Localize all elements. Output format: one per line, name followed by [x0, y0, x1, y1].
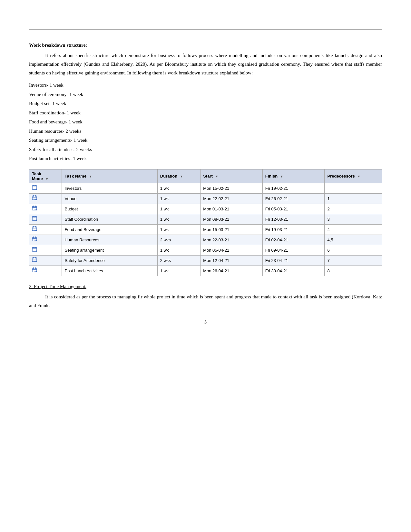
section-wbs: Work breakdown structure: It refers abou…	[29, 43, 382, 276]
th-predecessors[interactable]: Predecessors ▼	[325, 169, 382, 183]
table-row: Human Resources 2 wks Mon 22-03-21 Fri 0…	[29, 235, 382, 245]
task-mode-icon	[32, 206, 38, 211]
cell-taskname-2: Budget	[62, 204, 157, 214]
cell-duration-3: 1 wk	[157, 214, 200, 224]
cell-start-8: Mon 26-04-21	[201, 266, 263, 276]
task-mode-icon	[32, 247, 38, 253]
cell-finish-1: Fri 26-02-21	[262, 193, 325, 204]
cell-finish-2: Fri 05-03-21	[262, 204, 325, 214]
cell-start-4: Mon 15-03-21	[201, 224, 263, 235]
list-item-3: Staff coordination- 1 week	[29, 108, 382, 118]
cell-duration-0: 1 wk	[157, 183, 200, 193]
th-task-name[interactable]: Task Name ▼	[62, 169, 157, 183]
th-start[interactable]: Start ▼	[201, 169, 263, 183]
cell-predecessors-2: 2	[325, 204, 382, 214]
cell-mode-1	[29, 193, 62, 204]
svg-rect-35	[32, 258, 37, 262]
cell-taskname-4: Food and Beverage	[62, 224, 157, 235]
sort-arrow-predecessors[interactable]: ▼	[357, 175, 360, 178]
task-mode-icon	[32, 267, 38, 273]
sort-arrow-mode[interactable]: ▼	[45, 177, 49, 181]
sort-arrow-finish[interactable]: ▼	[280, 175, 283, 178]
cell-duration-8: 1 wk	[157, 266, 200, 276]
cell-duration-7: 2 wks	[157, 255, 200, 266]
cell-finish-6: Fri 09-04-21	[262, 245, 325, 255]
wbs-list: Investors- 1 week Venue of ceremony- 1 w…	[29, 81, 382, 163]
list-item-5: Human resources- 2 weeks	[29, 127, 382, 136]
page-number: 3	[29, 320, 382, 325]
task-mode-icon	[32, 237, 38, 242]
cell-duration-4: 1 wk	[157, 224, 200, 235]
wbs-body: It refers about specific structure which…	[29, 51, 382, 77]
cell-predecessors-8: 8	[325, 266, 382, 276]
cell-duration-5: 2 wks	[157, 235, 200, 245]
cell-taskname-7: Safety for Attendence	[62, 255, 157, 266]
cell-start-0: Mon 15-02-21	[201, 183, 263, 193]
cell-mode-8	[29, 266, 62, 276]
section2: 2. Project Time Management. It is consid…	[29, 284, 382, 310]
table-row: Food and Beverage 1 wk Mon 15-03-21 Fri …	[29, 224, 382, 235]
cell-taskname-3: Staff Coordination	[62, 214, 157, 224]
svg-rect-10	[32, 206, 37, 210]
th-duration[interactable]: Duration ▼	[157, 169, 200, 183]
list-item-6: Seating arrangements- 1 week	[29, 136, 382, 145]
cell-mode-5	[29, 235, 62, 245]
cell-finish-5: Fri 02-04-21	[262, 235, 325, 245]
cell-finish-8: Fri 30-04-21	[262, 266, 325, 276]
task-mode-icon	[32, 216, 38, 222]
cell-mode-6	[29, 245, 62, 255]
table-row: Seating arrangement 1 wk Mon 05-04-21 Fr…	[29, 245, 382, 255]
section2-heading: 2. Project Time Management.	[29, 284, 382, 289]
cell-start-5: Mon 22-03-21	[201, 235, 263, 245]
th-finish[interactable]: Finish ▼	[262, 169, 325, 183]
cell-finish-4: Fri 19-03-21	[262, 224, 325, 235]
table-row: Post Lunch Activities 1 wk Mon 26-04-21 …	[29, 266, 382, 276]
task-mode-icon	[32, 185, 38, 191]
table-row: Venue 1 wk Mon 22-02-21 Fri 26-02-21 1	[29, 193, 382, 204]
list-item-4: Food and beverage- 1 week	[29, 117, 382, 127]
cell-mode-7	[29, 255, 62, 266]
cell-predecessors-6: 6	[325, 245, 382, 255]
svg-rect-5	[32, 196, 37, 200]
top-input-right[interactable]	[133, 10, 382, 29]
table-row: Staff Coordination 1 wk Mon 08-03-21 Fri…	[29, 214, 382, 224]
table-row: Safety for Attendence 2 wks Mon 12-04-21…	[29, 255, 382, 266]
cell-taskname-6: Seating arrangement	[62, 245, 157, 255]
list-item-8: Post launch activities- 1 week	[29, 154, 382, 163]
sort-arrow-duration[interactable]: ▼	[180, 175, 183, 178]
svg-rect-25	[32, 237, 37, 241]
task-mode-icon	[32, 195, 38, 201]
task-mode-icon	[32, 257, 38, 263]
cell-duration-1: 1 wk	[157, 193, 200, 204]
list-item-0: Investors- 1 week	[29, 81, 382, 90]
list-item-1: Venue of ceremony- 1 week	[29, 90, 382, 99]
cell-taskname-0: Investors	[62, 183, 157, 193]
svg-rect-20	[32, 227, 37, 231]
cell-predecessors-3: 3	[325, 214, 382, 224]
cell-start-3: Mon 08-03-21	[201, 214, 263, 224]
cell-predecessors-7: 7	[325, 255, 382, 266]
cell-finish-0: Fri 19-02-21	[262, 183, 325, 193]
cell-mode-2	[29, 204, 62, 214]
sort-arrow-start[interactable]: ▼	[215, 175, 218, 178]
cell-mode-0	[29, 183, 62, 193]
table-row: Budget 1 wk Mon 01-03-21 Fri 05-03-21 2	[29, 204, 382, 214]
cell-taskname-5: Human Resources	[62, 235, 157, 245]
top-input-area	[29, 10, 382, 30]
cell-predecessors-1: 1	[325, 193, 382, 204]
cell-taskname-8: Post Lunch Activities	[62, 266, 157, 276]
th-task-mode[interactable]: TaskMode ▼	[29, 169, 62, 183]
cell-finish-3: Fri 12-03-21	[262, 214, 325, 224]
table-header-row: TaskMode ▼ Task Name ▼ Duration ▼ Start …	[29, 169, 382, 183]
cell-predecessors-4: 4	[325, 224, 382, 235]
task-table: TaskMode ▼ Task Name ▼ Duration ▼ Start …	[29, 169, 382, 276]
cell-duration-2: 1 wk	[157, 204, 200, 214]
wbs-heading: Work breakdown structure:	[29, 43, 382, 48]
top-input-left[interactable]	[29, 10, 133, 29]
cell-taskname-1: Venue	[62, 193, 157, 204]
sort-arrow-name[interactable]: ▼	[89, 175, 92, 178]
cell-mode-4	[29, 224, 62, 235]
cell-start-1: Mon 22-02-21	[201, 193, 263, 204]
task-mode-icon	[32, 226, 38, 232]
cell-start-2: Mon 01-03-21	[201, 204, 263, 214]
